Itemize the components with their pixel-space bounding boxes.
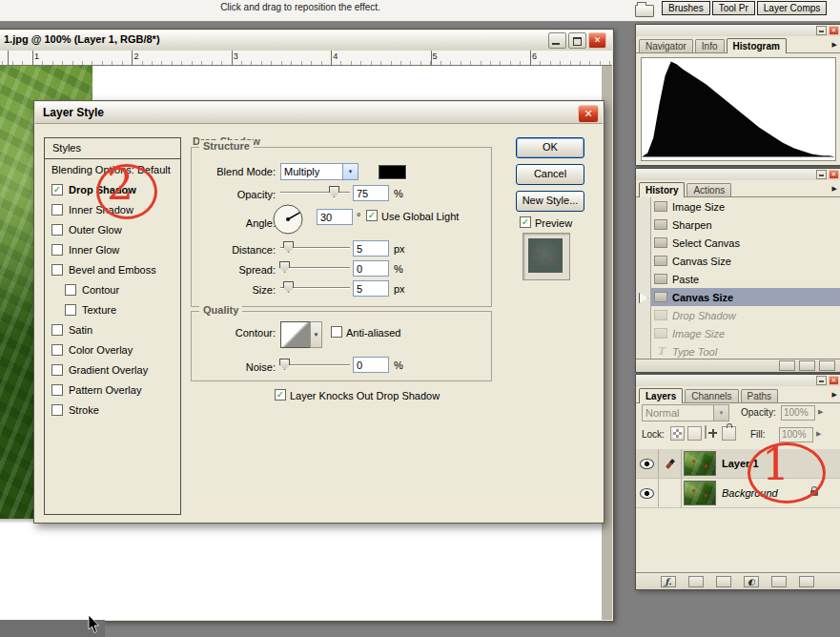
spread-slider[interactable] <box>280 260 350 272</box>
slider-thumb[interactable] <box>279 359 290 370</box>
palette-close-icon[interactable]: ✕ <box>829 170 839 179</box>
history-snapshot-well[interactable] <box>636 270 651 288</box>
folder-icon[interactable] <box>635 5 654 17</box>
checkbox[interactable] <box>51 204 63 216</box>
shadow-color-swatch[interactable] <box>379 165 406 179</box>
history-snapshot-well[interactable] <box>636 288 651 306</box>
history-item-select-canvas[interactable]: Select Canvas <box>636 234 840 252</box>
checkbox[interactable] <box>51 404 63 416</box>
slider-thumb[interactable] <box>329 186 339 197</box>
lock-position-icon[interactable] <box>705 425 707 439</box>
active-paint-well[interactable] <box>659 449 682 478</box>
history-item-canvas-size[interactable]: Canvas Size <box>636 288 840 306</box>
tab-channels[interactable]: Channels <box>685 389 738 402</box>
history-state-pointer[interactable] <box>639 293 648 303</box>
palette-close-icon[interactable]: ✕ <box>829 376 839 385</box>
tab-history[interactable]: History <box>639 182 685 197</box>
checkbox[interactable] <box>51 264 63 276</box>
style-item-outer-glow[interactable]: Outer Glow <box>45 219 180 239</box>
layer-set-icon[interactable] <box>716 576 731 587</box>
style-item-pattern-overlay[interactable]: Pattern Overlay <box>45 380 180 400</box>
checkbox[interactable] <box>65 304 76 316</box>
delete-state-icon[interactable] <box>819 360 835 371</box>
angle-input[interactable] <box>317 209 353 225</box>
palette-minimize-icon[interactable] <box>816 170 827 179</box>
spread-input[interactable] <box>353 260 389 277</box>
size-slider[interactable] <box>280 280 350 292</box>
history-item-image-size[interactable]: Image Size <box>636 324 840 342</box>
history-item-paste[interactable]: Paste <box>636 270 840 288</box>
noise-slider[interactable] <box>280 358 350 369</box>
checkbox[interactable] <box>51 244 63 256</box>
adjustment-layer-icon[interactable]: ◐ <box>744 576 759 587</box>
visibility-toggle[interactable] <box>636 479 659 507</box>
style-item-gradient-overlay[interactable]: Gradient Overlay <box>45 360 180 380</box>
history-item-canvas-size[interactable]: Canvas Size <box>636 252 840 270</box>
size-input[interactable] <box>353 280 389 297</box>
palette-menu-icon[interactable]: ▶ <box>832 41 837 49</box>
checkbox[interactable] <box>51 344 63 356</box>
opacity-arrow-icon[interactable]: ▶ <box>818 408 823 416</box>
document-title-bar[interactable]: 1.jpg @ 100% (Layer 1, RGB/8*) ✕ <box>0 31 612 51</box>
chevron-down-icon[interactable]: ▼ <box>342 164 358 179</box>
tab-paths[interactable]: Paths <box>741 389 779 402</box>
slider-thumb[interactable] <box>283 241 294 253</box>
history-snapshot-well[interactable] <box>636 216 651 234</box>
palette-minimize-icon[interactable] <box>816 376 827 385</box>
lock-transparency-icon[interactable] <box>670 426 685 441</box>
lock-image-icon[interactable] <box>687 426 702 441</box>
tab-info[interactable]: Info <box>695 39 725 52</box>
layer-thumbnail[interactable] <box>684 451 716 476</box>
palette-menu-icon[interactable]: ▶ <box>832 391 837 399</box>
palette-close-icon[interactable]: ✕ <box>829 26 839 35</box>
palette-menu-icon[interactable]: ▶ <box>832 185 837 193</box>
use-global-light-checkbox[interactable]: ✓ <box>366 210 378 221</box>
fill-arrow-icon[interactable]: ▶ <box>816 430 821 438</box>
palette-minimize-icon[interactable] <box>816 26 827 35</box>
slider-thumb[interactable] <box>279 261 290 273</box>
checkbox[interactable] <box>51 224 63 236</box>
checkbox[interactable]: ✓ <box>51 184 63 195</box>
new-snapshot-icon[interactable] <box>799 360 815 371</box>
close-button[interactable]: ✕ <box>588 32 606 49</box>
style-item-inner-glow[interactable]: Inner Glow <box>45 239 180 259</box>
visibility-toggle[interactable] <box>636 449 659 478</box>
restore-button[interactable] <box>568 32 586 49</box>
layers-opacity-field[interactable]: 100% <box>781 405 815 421</box>
new-layer-icon[interactable] <box>771 576 787 587</box>
tab-navigator[interactable]: Navigator <box>639 39 693 52</box>
angle-dial[interactable] <box>272 203 304 236</box>
delete-layer-icon[interactable] <box>799 576 814 587</box>
cancel-button[interactable]: Cancel <box>516 164 584 185</box>
checkbox[interactable] <box>51 384 63 396</box>
history-snapshot-well[interactable] <box>636 252 651 270</box>
well-tab-layer-comps[interactable]: Layer Comps <box>757 1 827 15</box>
well-tab-tool-pr[interactable]: Tool Pr <box>712 1 755 15</box>
style-item-texture[interactable]: Texture <box>45 299 180 319</box>
history-item-drop-shadow[interactable]: Drop Shadow <box>636 306 840 324</box>
layer-blend-mode-select[interactable]: Normal ▼ <box>642 404 729 421</box>
blend-mode-select[interactable]: Multiply ▼ <box>280 163 359 180</box>
checkbox[interactable] <box>51 324 63 336</box>
noise-input[interactable] <box>353 357 389 373</box>
history-item-image-size[interactable]: Image Size <box>636 197 840 216</box>
preview-checkbox[interactable]: ✓ <box>520 216 531 228</box>
style-item-color-overlay[interactable]: Color Overlay <box>45 339 180 360</box>
distance-input[interactable] <box>353 240 389 257</box>
contour-thumbnail[interactable] <box>280 321 311 348</box>
new-document-from-state-icon[interactable] <box>779 360 795 371</box>
anti-aliased-checkbox[interactable] <box>331 326 342 338</box>
tab-layers[interactable]: Layers <box>639 388 683 403</box>
history-snapshot-well[interactable] <box>636 324 651 342</box>
tab-actions[interactable]: Actions <box>686 183 731 196</box>
knockout-checkbox[interactable]: ✓ <box>275 389 286 401</box>
ok-button[interactable]: OK <box>516 137 584 158</box>
opacity-slider[interactable] <box>280 185 350 196</box>
checkbox[interactable] <box>65 284 76 296</box>
layer-thumbnail[interactable] <box>684 481 716 505</box>
distance-slider[interactable] <box>280 240 350 252</box>
dialog-close-button[interactable]: ✕ <box>578 105 599 123</box>
style-item-satin[interactable]: Satin <box>45 319 180 339</box>
lock-all-icon[interactable] <box>722 426 736 441</box>
layer-effects-icon[interactable]: ƒ. <box>661 576 676 587</box>
